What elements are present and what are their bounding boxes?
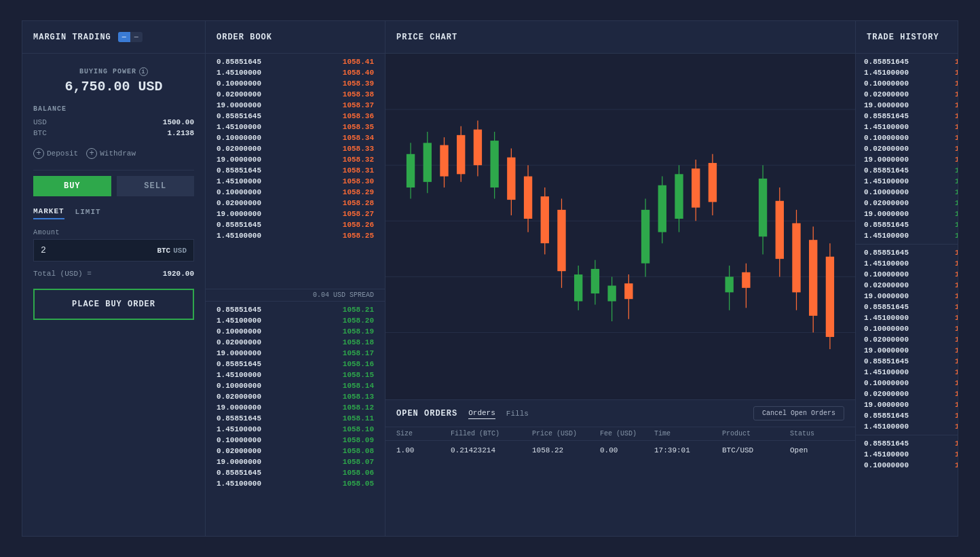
ob-bid-row: 19.00000001058.17 [206, 348, 385, 359]
order-book-panel: ORDER BOOK 0.858516451058.41 1.451000001… [206, 21, 385, 536]
ob-bid-row: 0.100000001058.14 [206, 380, 385, 391]
svg-rect-35 [641, 210, 649, 264]
trade-history-panel: TRADE HISTORY 0.858516451058.4117:40:57 … [856, 21, 958, 536]
svg-rect-25 [557, 210, 565, 271]
cancel-open-orders-button[interactable]: Cancel Open Orders [753, 406, 844, 420]
order-filled: 0.21423214 [451, 446, 532, 454]
svg-rect-11 [440, 145, 448, 177]
th-row: 19.00000001058.2717:40:56 [856, 209, 958, 219]
btc-suffix: BTC [157, 247, 170, 255]
th-row: 0.858516451058.4117:40:51 [856, 438, 958, 449]
toggle-btn-right[interactable]: — [130, 32, 143, 42]
ob-bid-row: 0.858516451058.16 [206, 359, 385, 370]
chart-section: PRICE CHART [385, 21, 855, 400]
th-row: 0.100000001058.2917:40:56 [856, 187, 958, 198]
ob-ask-row: 0.020000001058.28 [206, 198, 385, 209]
th-row: 0.858516451058.1117:40:52 [856, 356, 958, 367]
middle-panel: PRICE CHART [385, 21, 856, 536]
svg-rect-31 [607, 286, 616, 302]
order-size: 1.00 [396, 446, 451, 454]
orders-tab-orders[interactable]: Orders [468, 408, 495, 419]
total-value: 1920.00 [163, 270, 194, 278]
orders-table: Size Filled (BTC) Price (USD) Fee (USD) … [385, 427, 855, 536]
col-product: Product [722, 430, 790, 437]
left-panel-header: MARGIN TRADING — — [22, 21, 205, 54]
order-product: BTC/USD [722, 446, 790, 454]
divider-1 [33, 170, 194, 170]
svg-rect-41 [692, 168, 700, 207]
ob-ask-row: 19.00000001058.37 [206, 100, 385, 111]
ob-ask-row: 1.451000001058.35 [206, 122, 385, 132]
th-row: 1.451000001058.4017:40:57 [856, 67, 958, 78]
orders-header: OPEN ORDERS Orders Fills Cancel Open Ord… [385, 400, 855, 427]
th-row: 19.00000001058.3217:40:57 [856, 154, 958, 165]
order-price: 1058.22 [532, 446, 600, 454]
amount-input-group[interactable]: BTC USD [33, 239, 194, 262]
sell-tab[interactable]: SELL [117, 176, 195, 196]
th-row: 1.451000001058.1517:40:53 [856, 312, 958, 323]
ob-ask-row: 0.858516451058.41 [206, 56, 385, 67]
ob-bid-row: 1.451000001058.10 [206, 424, 385, 435]
th-row: 0.858516451058.0617:40:51 [856, 410, 958, 421]
col-price: Price (USD) [532, 430, 600, 437]
svg-rect-47 [742, 272, 750, 288]
order-status: Open [790, 446, 844, 454]
deposit-button[interactable]: + Deposit [33, 148, 78, 159]
ob-bid-row: 1.451000001058.15 [206, 370, 385, 380]
total-label: Total (USD) = [33, 270, 92, 278]
svg-rect-19 [507, 158, 515, 200]
svg-rect-27 [574, 274, 582, 301]
price-chart-title: PRICE CHART [396, 33, 457, 42]
usd-value: 1500.00 [163, 118, 194, 126]
orders-section: OPEN ORDERS Orders Fills Cancel Open Ord… [385, 400, 855, 536]
toggle-btn-left[interactable]: — [118, 32, 130, 42]
th-row: 0.100000001058.3917:40:50 [856, 460, 958, 471]
svg-rect-15 [474, 130, 482, 166]
chart-area [385, 54, 855, 399]
ob-ask-row: 0.858516451058.31 [206, 165, 385, 176]
th-row: 0.858516451058.3117:40:56 [856, 165, 958, 176]
usd-label: USD [33, 118, 47, 126]
th-row: 0.100000001058.1917:40:54 [856, 269, 958, 280]
th-row: 0.858516451058.2117:40:55 [856, 247, 958, 258]
ob-bid-row: 0.100000001058.09 [206, 435, 385, 446]
th-row: 1.451000001058.2517:40:55 [856, 230, 958, 241]
left-panel: MARGIN TRADING — — BUYING POWER i 6,750.… [22, 21, 206, 536]
svg-rect-43 [709, 163, 717, 202]
ob-ask-row: 0.020000001058.33 [206, 143, 385, 154]
buy-tab[interactable]: BUY [33, 176, 111, 196]
order-book-bids: 0.858516451058.21 1.451000001058.20 0.10… [206, 302, 385, 537]
ob-ask-row: 1.451000001058.40 [206, 67, 385, 78]
action-buttons: + Deposit + Withdraw [33, 148, 194, 159]
th-row: 1.451000001058.0517:40:51 [856, 421, 958, 432]
svg-rect-0 [385, 54, 855, 399]
withdraw-button[interactable]: + Withdraw [86, 148, 136, 159]
balance-section: BALANCE USD 1500.00 BTC 1.2138 [33, 105, 194, 137]
order-book-spread: 0.04 USD SPREAD [206, 289, 385, 302]
usd-suffix: USD [173, 247, 187, 255]
trade-history-header: TRADE HISTORY [856, 21, 958, 54]
th-divider [856, 244, 958, 245]
ob-bid-row: 19.00000001058.07 [206, 456, 385, 467]
balance-title: BALANCE [33, 105, 194, 113]
buying-power-value: 6,750.00 USD [33, 79, 194, 94]
ob-bid-row: 0.020000001058.13 [206, 391, 385, 402]
orders-tab-fills[interactable]: Fills [506, 408, 529, 419]
ob-bid-row: 0.858516451058.06 [206, 467, 385, 478]
limit-tab[interactable]: LIMIT [75, 204, 101, 219]
ob-bid-row: 0.020000001058.18 [206, 337, 385, 348]
candlestick-chart [385, 54, 855, 399]
toggle-switch[interactable]: — — [118, 32, 143, 42]
th-row: 19.00000001058.1717:40:54 [856, 291, 958, 302]
ob-bid-row: 0.858516451058.21 [206, 304, 385, 315]
ob-bid-row: 0.020000001058.08 [206, 446, 385, 456]
ob-ask-row: 19.00000001058.32 [206, 154, 385, 165]
trade-history-list: 0.858516451058.4117:40:57 1.451000001058… [856, 54, 958, 536]
place-buy-order-button[interactable]: PLACE BUY ORDER [33, 289, 194, 320]
market-tab[interactable]: MARKET [33, 204, 64, 219]
buying-power-label: BUYING POWER i [33, 67, 194, 76]
th-row: 1.451000001058.3517:40:57 [856, 122, 958, 132]
col-status: Status [790, 430, 844, 437]
th-row: 0.858516451058.2617:40:56 [856, 219, 958, 230]
amount-input[interactable] [34, 240, 150, 261]
